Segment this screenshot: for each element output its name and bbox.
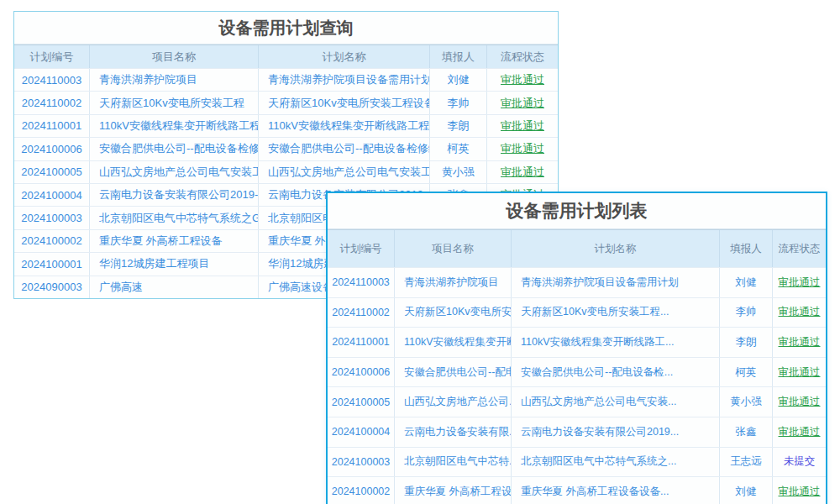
plan-name-cell: 安徽合肥供电公司--配电设备检修维护设备需用计划: [258, 138, 429, 160]
reporter-cell: 张鑫: [719, 417, 772, 447]
plan-name-cell: 青海洪湖养护院项目设备需用计划: [258, 69, 429, 91]
project-name-cell: 110kV安徽线程集变开断...: [394, 328, 511, 357]
project-name-cell: 华润12城房建工程项目: [89, 253, 258, 275]
table-row[interactable]: 2024110001110kV安徽线程集变开断线路工程110kV安徽线程集变开断…: [14, 114, 558, 137]
plan-name-cell: 北京朝阳区电气中芯特气系统之...: [511, 448, 719, 477]
plan-id-cell[interactable]: 2024110002: [14, 92, 89, 113]
plan-name-cell: 重庆华夏 外高桥工程设备设备...: [511, 477, 719, 504]
reporter-cell: 刘健: [429, 69, 486, 91]
table-row[interactable]: 2024100003北京朝阳区电气中芯特...北京朝阳区电气中芯特气系统之...…: [328, 447, 826, 477]
plan-id-cell[interactable]: 2024100003: [328, 448, 394, 477]
plan-id-cell[interactable]: 2024100002: [14, 230, 89, 252]
project-name-cell: 云南电力设备安装有限...: [394, 417, 511, 447]
column-header-4: 填报人: [719, 230, 772, 267]
plan-id-cell[interactable]: 2024100001: [14, 253, 89, 275]
table-row[interactable]: 2024110002天府新区10Kv变电所安...天府新区10Kv变电所安装工程…: [328, 297, 826, 328]
project-name-cell: 安徽合肥供电公司--配电...: [394, 358, 511, 387]
status-cell[interactable]: 审批通过: [772, 268, 826, 297]
table-row[interactable]: 2024110003青海洪湖养护院项目青海洪湖养护院项目设备需用计划刘健审批通过: [14, 68, 558, 91]
plan-name-cell: 110kV安徽线程集变开断线路工...: [511, 328, 719, 357]
reporter-cell: 李帅: [719, 298, 772, 328]
table-header: 计划编号项目名称计划名称填报人流程状态: [14, 45, 558, 68]
plan-name-cell: 天府新区10Kv变电所安装工程设备需用计划: [258, 92, 429, 113]
project-name-cell: 广佛高速: [89, 276, 258, 298]
status-cell[interactable]: 审批通过: [772, 298, 826, 328]
plan-id-cell[interactable]: 2024110003: [328, 268, 394, 297]
plan-id-cell[interactable]: 2024100006: [14, 138, 89, 160]
project-name-cell: 天府新区10Kv变电所安...: [394, 298, 511, 328]
column-header-1: 计划编号: [14, 45, 89, 68]
plan-name-cell: 青海洪湖养护院项目设备需用计划: [511, 268, 719, 297]
table-row[interactable]: 2024100005山西弘文房地产总公司...山西弘文房地产总公司电气安装...…: [328, 386, 826, 417]
reporter-cell: 黄小强: [719, 387, 772, 417]
reporter-cell: 李朗: [429, 115, 486, 137]
plan-name-cell: 110kV安徽线程集变开断线路工程设备需用计划: [258, 115, 429, 137]
reporter-cell: 刘健: [719, 268, 772, 297]
project-name-cell: 110kV安徽线程集变开断线路工程: [89, 115, 258, 137]
plan-id-cell[interactable]: 2024100004: [14, 184, 89, 206]
status-cell[interactable]: 审批通过: [486, 115, 558, 137]
reporter-cell: 柯英: [429, 138, 486, 160]
table-row[interactable]: 2024110001110kV安徽线程集变开断...110kV安徽线程集变开断线…: [328, 327, 826, 357]
status-cell[interactable]: 审批通过: [772, 358, 826, 387]
reporter-cell: 黄小强: [429, 161, 486, 183]
project-name-cell: 山西弘文房地产总公司...: [394, 387, 511, 417]
plan-id-cell[interactable]: 2024110001: [328, 328, 394, 357]
table-row[interactable]: 2024100006安徽合肥供电公司--配电设备检修维护安徽合肥供电公司--配电…: [14, 137, 558, 160]
status-cell[interactable]: 审批通过: [486, 92, 558, 113]
column-header-4: 填报人: [429, 45, 486, 68]
plan-id-cell[interactable]: 2024100003: [14, 207, 89, 228]
column-header-2: 项目名称: [89, 45, 258, 68]
table-row[interactable]: 2024110002天府新区10Kv变电所安装工程天府新区10Kv变电所安装工程…: [14, 91, 558, 113]
status-cell[interactable]: 审批通过: [486, 69, 558, 91]
plan-id-cell[interactable]: 2024100004: [328, 417, 394, 447]
column-header-5: 流程状态: [772, 230, 826, 267]
project-name-cell: 青海洪湖养护院项目: [89, 69, 258, 91]
plan-id-cell[interactable]: 2024090003: [14, 276, 89, 298]
project-name-cell: 天府新区10Kv变电所安装工程: [89, 92, 258, 113]
table-header: 计划编号项目名称计划名称填报人流程状态: [328, 229, 826, 267]
plan-id-cell[interactable]: 2024100002: [328, 477, 394, 504]
column-header-1: 计划编号: [328, 230, 394, 267]
reporter-cell: 李帅: [429, 92, 486, 113]
project-name-cell: 北京朝阳区电气中芯特气系统之GM: [89, 207, 258, 228]
column-header-3: 计划名称: [511, 230, 719, 267]
plan-name-cell: 山西弘文房地产总公司电气安装工程设备需用计划: [258, 161, 429, 183]
status-cell[interactable]: 审批通过: [486, 161, 558, 183]
table-row[interactable]: 2024100005山西弘文房地产总公司电气安装工程山西弘文房地产总公司电气安装…: [14, 160, 558, 183]
project-name-cell: 重庆华夏 外高桥工程设备: [394, 477, 511, 504]
reporter-cell: 李朗: [719, 328, 772, 357]
status-cell[interactable]: 审批通过: [772, 477, 826, 504]
status-cell[interactable]: 审批通过: [772, 417, 826, 447]
plan-id-cell[interactable]: 2024100005: [14, 161, 89, 183]
table-body: 2024110003青海洪湖养护院项目青海洪湖养护院项目设备需用计划刘健审批通过…: [328, 267, 826, 504]
project-name-cell: 山西弘文房地产总公司电气安装工程: [89, 161, 258, 183]
project-name-cell: 北京朝阳区电气中芯特...: [394, 448, 511, 477]
status-cell[interactable]: 未提交: [772, 448, 826, 477]
reporter-cell: 刘健: [719, 477, 772, 504]
status-cell[interactable]: 审批通过: [772, 387, 826, 417]
column-header-5: 流程状态: [486, 45, 558, 68]
plan-id-cell[interactable]: 2024110002: [328, 298, 394, 328]
project-name-cell: 青海洪湖养护院项目: [394, 268, 511, 297]
project-name-cell: 安徽合肥供电公司--配电设备检修维护: [89, 138, 258, 160]
plan-name-cell: 山西弘文房地产总公司电气安装...: [511, 387, 719, 417]
plan-id-cell[interactable]: 2024110001: [14, 115, 89, 137]
plan-name-cell: 安徽合肥供电公司--配电设备检...: [511, 358, 719, 387]
status-cell[interactable]: 审批通过: [486, 138, 558, 160]
list-panel: 设备需用计划列表 计划编号项目名称计划名称填报人流程状态 2024110003青…: [326, 192, 827, 504]
plan-name-cell: 天府新区10Kv变电所安装工程...: [511, 298, 719, 328]
table-row[interactable]: 2024100002重庆华夏 外高桥工程设备重庆华夏 外高桥工程设备设备...刘…: [328, 476, 826, 504]
plan-id-cell[interactable]: 2024110003: [14, 69, 89, 91]
plan-name-cell: 云南电力设备安装有限公司2019...: [511, 417, 719, 447]
panel-title: 设备需用计划列表: [328, 193, 826, 229]
plan-id-cell[interactable]: 2024100005: [328, 387, 394, 417]
project-name-cell: 云南电力设备安装有限公司2019--2020: [89, 184, 258, 206]
table-row[interactable]: 2024100004云南电力设备安装有限...云南电力设备安装有限公司2019.…: [328, 417, 826, 447]
column-header-2: 项目名称: [394, 230, 511, 267]
project-name-cell: 重庆华夏 外高桥工程设备: [89, 230, 258, 252]
table-row[interactable]: 2024100006安徽合肥供电公司--配电...安徽合肥供电公司--配电设备检…: [328, 357, 826, 387]
plan-id-cell[interactable]: 2024100006: [328, 358, 394, 387]
status-cell[interactable]: 审批通过: [772, 328, 826, 357]
table-row[interactable]: 2024110003青海洪湖养护院项目青海洪湖养护院项目设备需用计划刘健审批通过: [328, 267, 826, 297]
